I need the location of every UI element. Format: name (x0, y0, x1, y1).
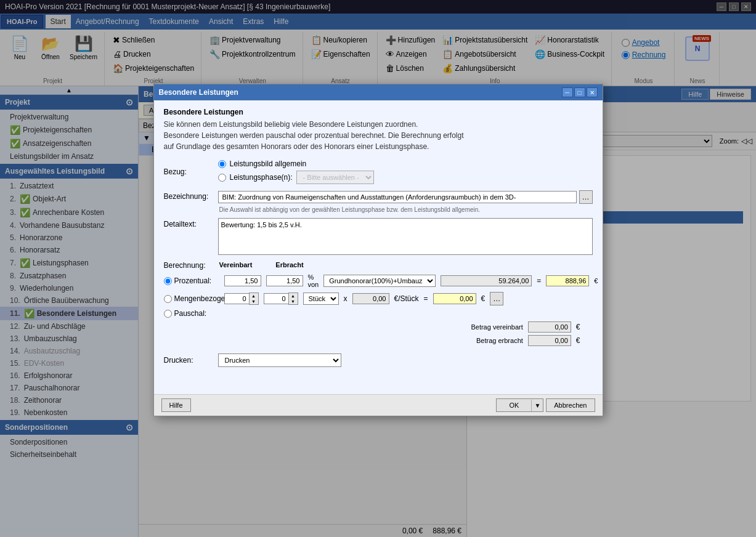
bezeichnung-input[interactable] (218, 191, 577, 203)
detailtext-label: Detailtext: (164, 218, 213, 228)
betrag-erbracht-row: Betrag erbracht € (164, 335, 593, 346)
bezug-phase-radio[interactable]: Leistungsphase(n): - Bitte auswählen - (218, 171, 374, 184)
modal-title: Besondere Leistungen (159, 88, 238, 97)
result-input (546, 275, 589, 286)
menge-down1[interactable]: ▼ (250, 299, 258, 304)
modal-titlebar: Besondere Leistungen ─ □ ✕ (154, 84, 603, 100)
mengenbezogen-row: Mengenbezogen: ▲ ▼ ▲ ▼ (164, 292, 593, 305)
drucken-label: Drucken: (164, 356, 213, 365)
menge-down2[interactable]: ▼ (289, 299, 298, 304)
bezug-allgemein-label: Leistungsbild allgemein (230, 159, 307, 168)
eur1: € (594, 277, 598, 285)
bezug-phase-label: Leistungsphase(n): (230, 173, 293, 182)
modal-overlay: Besondere Leistungen ─ □ ✕ Besondere Lei… (0, 0, 756, 537)
menge-extra-btn[interactable]: … (490, 292, 503, 305)
modal-footer: Hilfe OK ▼ Abbrechen (154, 394, 603, 416)
basis-value (441, 275, 532, 286)
menge-erbracht-arrows: ▲ ▼ (288, 293, 298, 305)
vereinbart-pct-input[interactable] (224, 275, 261, 286)
vereinbart-col-label: Vereinbart (219, 261, 253, 268)
prozentual-row: Prozentual: % von Grundhonorar(100%)+Umb… (164, 273, 593, 288)
preis-input (352, 293, 389, 304)
basis-select[interactable]: Grundhonorar(100%)+Umbauz (323, 275, 436, 287)
bezug-allgemein-input[interactable] (218, 160, 226, 168)
pauschal-radio-label[interactable]: Pauschal: (164, 309, 219, 318)
bezug-phase-input[interactable] (218, 174, 226, 182)
eur3: € (576, 323, 580, 331)
prozentual-radio-label[interactable]: Prozentual: (164, 277, 219, 285)
eq2: = (424, 294, 428, 303)
menge-up1[interactable]: ▲ (250, 293, 258, 299)
phase-select[interactable]: - Bitte auswählen - (296, 171, 374, 184)
betrag-vereinbart-label: Betrag vereinbart (471, 323, 522, 331)
pauschal-radio[interactable] (164, 310, 172, 318)
bezeichnung-input-wrap: … (218, 190, 593, 204)
menge-vereinbart-input[interactable] (224, 293, 249, 304)
pauschal-label: Pauschal: (174, 309, 207, 318)
modal-hilfe-button[interactable]: Hilfe (161, 398, 191, 412)
prozentual-radio[interactable] (164, 277, 172, 285)
berechnung-header: Berechnung: Vereinbart Erbracht (164, 261, 593, 271)
detailtext-textarea[interactable]: Bewertung: 1,5 bis 2,5 v.H. (218, 218, 593, 255)
eur-stueck: €/Stück (394, 294, 419, 303)
menge-radio-label[interactable]: Mengenbezogen: (164, 294, 219, 303)
modal-body: Besondere Leistungen Sie können dem Leis… (154, 100, 603, 394)
modal-intro-title: Besondere Leistungen (164, 108, 593, 116)
eur4: € (576, 336, 580, 345)
prozentual-label: Prozentual: (174, 277, 212, 285)
berechnung-section: Berechnung: Vereinbart Erbracht Prozentu… (164, 261, 593, 346)
erbracht-col-label: Erbracht (275, 261, 303, 268)
menge-vereinbart-arrows: ▲ ▼ (249, 293, 259, 305)
modal-ok-label: OK (497, 399, 531, 411)
menge-label: Mengenbezogen: (174, 294, 232, 303)
menge-vereinbart-spin[interactable]: ▲ ▼ (224, 293, 259, 305)
modal-controls: ─ □ ✕ (562, 87, 598, 97)
modal-footer-right: OK ▼ Abbrechen (496, 398, 595, 412)
modal-bezug-field: Bezug: Leistungsbild allgemein Leistungs… (164, 159, 593, 184)
bezeichnung-label: Bezeichnung: (164, 190, 213, 201)
drucken-section: Drucken: Drucken (164, 353, 593, 367)
menge-result-input (433, 293, 476, 304)
eur2: € (481, 294, 486, 303)
menge-radio[interactable] (164, 295, 172, 303)
modal-close-button[interactable]: ✕ (587, 87, 598, 97)
betrag-vereinbart-row: Betrag vereinbart € (164, 321, 593, 333)
modal-minimize-button[interactable]: ─ (562, 87, 573, 97)
menge-erbracht-input[interactable] (264, 293, 288, 304)
pauschal-row: Pauschal: (164, 309, 593, 318)
erbracht-pct-input[interactable] (266, 275, 303, 286)
berechnung-main-label: Berechnung: (164, 261, 213, 271)
menge-up2[interactable]: ▲ (289, 293, 298, 299)
bezug-label: Bezug: (164, 168, 213, 176)
modal-intro-text: Sie können dem Leistungsbild beliebig vi… (164, 119, 593, 152)
bezug-radio-group: Leistungsbild allgemein Leistungsphase(n… (218, 159, 374, 184)
bezug-allgemein-radio[interactable]: Leistungsbild allgemein (218, 159, 374, 168)
modal-ok-arrow[interactable]: ▼ (531, 400, 543, 411)
modal-restore-button[interactable]: □ (574, 87, 585, 97)
drucken-select[interactable]: Drucken (218, 353, 341, 367)
calc-header-cols: Vereinbart Erbracht (213, 261, 304, 268)
betrag-vereinbart-input (528, 321, 571, 333)
modal-ok-button[interactable]: OK ▼ (496, 398, 543, 412)
betrag-erbracht-input (528, 335, 571, 346)
modal-bezeichnung-field: Bezeichnung: … (164, 190, 593, 204)
pct-suffix: % von (308, 273, 319, 288)
x-label: x (344, 294, 348, 303)
modal-abbrechen-button[interactable]: Abbrechen (546, 398, 595, 412)
modal-detailtext-field: Detailtext: Bewertung: 1,5 bis 2,5 v.H. (164, 218, 593, 255)
betrag-erbracht-label: Betrag erbracht (476, 337, 523, 344)
intro-line1: Sie können dem Leistungsbild beliebig vi… (164, 120, 418, 129)
intro-line2: Besondere Leistungen werden pauschal ode… (164, 131, 464, 140)
stueck-select[interactable]: Stück (303, 293, 339, 305)
intro-line3: auf Grundlage des gesamten Honorars oder… (164, 142, 429, 151)
bezeichnung-hint: Die Auswahl ist abhängig von der gewählt… (219, 206, 593, 213)
equals1: = (537, 277, 541, 285)
besondere-leistungen-modal: Besondere Leistungen ─ □ ✕ Besondere Lei… (153, 84, 603, 416)
menge-erbracht-spin[interactable]: ▲ ▼ (264, 293, 298, 305)
bezeichnung-browse-button[interactable]: … (579, 190, 593, 204)
